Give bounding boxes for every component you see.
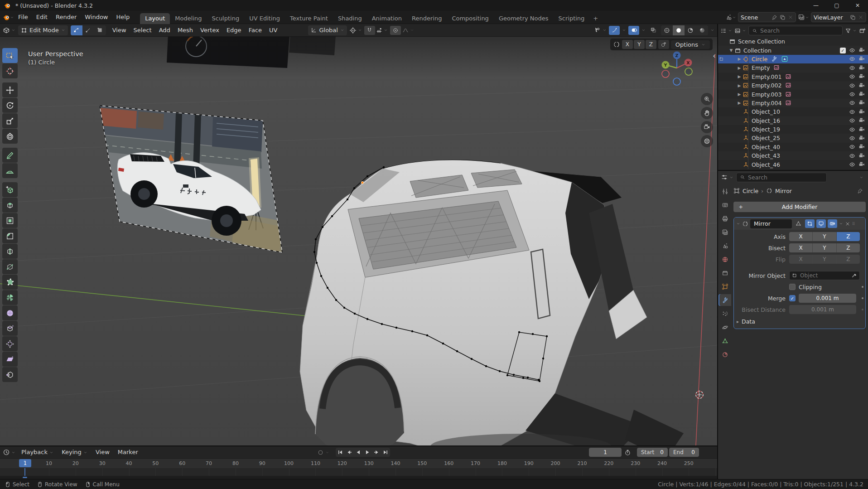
- clipping-animate-dot[interactable]: [862, 286, 863, 288]
- tool-scale[interactable]: [2, 113, 18, 128]
- tool-edge-slide[interactable]: [2, 321, 18, 336]
- show-on-cage-toggle[interactable]: [794, 219, 803, 228]
- outliner-row-empty-003[interactable]: ▶Empty.003: [718, 90, 868, 98]
- show-in-render-toggle[interactable]: [828, 219, 837, 228]
- expander-arrow[interactable]: ▶: [736, 92, 743, 97]
- mirror-axis-y[interactable]: Y: [634, 40, 645, 49]
- camera-toggle[interactable]: [858, 65, 865, 71]
- add-modifier-button[interactable]: ＋ Add Modifier: [733, 202, 866, 212]
- eye-toggle[interactable]: [849, 65, 855, 71]
- snap-settings-dropdown[interactable]: [376, 27, 388, 34]
- del-scene-icon[interactable]: [788, 15, 793, 20]
- merge-animate-dot[interactable]: [862, 297, 863, 299]
- minimize-button[interactable]: —: [805, 0, 826, 11]
- mode-dropdown[interactable]: Edit Mode: [18, 25, 68, 35]
- tool-rip-region[interactable]: [2, 367, 18, 382]
- tab-geometry-nodes[interactable]: Geometry Nodes: [494, 13, 554, 24]
- merge-value-slider[interactable]: 0.001 m: [799, 294, 856, 303]
- viewport-menu-mesh[interactable]: Mesh: [174, 27, 197, 34]
- eye-toggle[interactable]: [849, 100, 855, 106]
- viewport-menu-select[interactable]: Select: [130, 27, 155, 34]
- properties-editor-type[interactable]: [721, 174, 733, 181]
- tool-transform[interactable]: [2, 129, 18, 144]
- expander-arrow[interactable]: ▼: [728, 48, 734, 53]
- mirror-axis-x[interactable]: X: [622, 40, 633, 49]
- outliner-row-object-16[interactable]: Object_16: [718, 116, 868, 125]
- tool-move[interactable]: [2, 82, 18, 97]
- snap-base-icon[interactable]: [658, 40, 669, 49]
- delete-modifier-button[interactable]: [845, 221, 850, 227]
- data-section-header[interactable]: ▸ Data: [737, 318, 865, 325]
- add-workspace-button[interactable]: +: [589, 13, 602, 24]
- camera-toggle[interactable]: [858, 161, 865, 168]
- timeline-ruler[interactable]: 1 10203040506070809010011012013014015016…: [0, 458, 717, 468]
- menu-edit[interactable]: Edit: [32, 11, 52, 24]
- outliner-row-object-25[interactable]: Object_25: [718, 134, 868, 142]
- eyedropper-icon[interactable]: [852, 273, 857, 278]
- shading-wireframe-button[interactable]: [661, 25, 673, 35]
- edge-select-button[interactable]: [82, 25, 94, 35]
- viewport-menu-uv[interactable]: UV: [265, 27, 281, 34]
- del-viewlayer-icon[interactable]: [858, 15, 863, 20]
- expander-arrow[interactable]: ▶: [736, 74, 743, 79]
- axis-y[interactable]: Y: [813, 232, 836, 241]
- playhead-line[interactable]: [24, 468, 25, 476]
- prevkey-button[interactable]: [345, 448, 354, 457]
- viewport-menu-add[interactable]: Add: [155, 27, 174, 34]
- outliner-row-scene-collection[interactable]: Scene Collection: [718, 37, 868, 46]
- properties-tab-render[interactable]: [719, 199, 731, 211]
- pan-view-button[interactable]: [701, 107, 713, 119]
- mirror-object-field[interactable]: Object: [789, 271, 860, 280]
- eye-toggle[interactable]: [849, 56, 855, 62]
- editor-type-button[interactable]: [3, 27, 15, 34]
- outliner-row-object-10[interactable]: Object_10: [718, 107, 868, 116]
- properties-tab-tool[interactable]: [719, 185, 731, 197]
- expander-arrow[interactable]: ▶: [736, 57, 743, 61]
- object-name[interactable]: Empty.001: [752, 73, 781, 80]
- timeline-scrollbar[interactable]: [0, 476, 717, 479]
- frame-end-field[interactable]: End 0: [669, 448, 699, 457]
- tool-poly-build[interactable]: [2, 275, 18, 290]
- properties-tab-modifiers[interactable]: [719, 294, 731, 306]
- tab-rendering[interactable]: Rendering: [407, 13, 447, 24]
- object-name[interactable]: Empty: [752, 64, 770, 71]
- frame-start-field[interactable]: Start 0: [637, 448, 668, 457]
- scene-browse-button[interactable]: [725, 14, 736, 21]
- properties-tab-object[interactable]: [719, 281, 731, 292]
- object-name[interactable]: Empty.003: [752, 91, 781, 98]
- tool-shrink-fatten[interactable]: [2, 336, 18, 351]
- properties-tab-particles[interactable]: [719, 308, 731, 320]
- outliner-row-empty-004[interactable]: ▶Empty.004: [718, 99, 868, 107]
- breadcrumb-modifier[interactable]: Mirror: [775, 188, 792, 194]
- eye-toggle[interactable]: [849, 161, 855, 168]
- properties-tab-scene[interactable]: [719, 240, 731, 252]
- collection-checkbox[interactable]: ✓: [840, 48, 846, 53]
- eye-toggle[interactable]: [849, 117, 855, 124]
- face-select-button[interactable]: [94, 25, 106, 35]
- viewport-menu-face[interactable]: Face: [245, 27, 265, 34]
- shading-rendered-button[interactable]: [696, 25, 708, 35]
- pivot-dropdown[interactable]: [349, 27, 362, 34]
- outliner-filter-dropdown[interactable]: [845, 28, 857, 34]
- show-in-viewport-toggle[interactable]: [816, 219, 826, 228]
- overlays-toggle[interactable]: [628, 26, 639, 35]
- viewport-menu-vertex[interactable]: Vertex: [197, 27, 223, 34]
- timeline-scroll-thumb[interactable]: [23, 477, 27, 478]
- outliner-row-circle[interactable]: ▶Circle: [718, 55, 868, 63]
- object-name[interactable]: Object_25: [752, 135, 780, 141]
- object-name[interactable]: Object_19: [752, 126, 780, 133]
- tool-shear[interactable]: [2, 352, 18, 367]
- nextkey-button[interactable]: [372, 448, 381, 457]
- menu-help[interactable]: Help: [112, 11, 134, 24]
- outliner-row-empty-002[interactable]: ▶Empty.002: [718, 81, 868, 90]
- viewlayer-browse-button[interactable]: [798, 14, 809, 21]
- outliner-search-input[interactable]: Search: [748, 26, 843, 35]
- tool-knife[interactable]: [2, 259, 18, 274]
- bisect-distance-animate-dot[interactable]: [862, 309, 863, 310]
- properties-tab-view-layer[interactable]: [719, 226, 731, 238]
- outliner-filter-id[interactable]: [734, 28, 746, 34]
- properties-tab-output[interactable]: [719, 213, 731, 224]
- show-in-editmode-toggle[interactable]: [805, 219, 815, 228]
- object-name[interactable]: Object_46: [752, 161, 780, 168]
- falloff-dropdown[interactable]: [402, 27, 414, 34]
